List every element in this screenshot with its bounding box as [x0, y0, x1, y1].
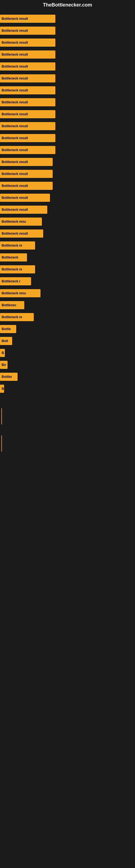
bar-row: Bottleneck result [0, 49, 135, 61]
bar-label: Bottleneck result [2, 136, 28, 140]
bar-label: Bottleneck result [2, 65, 28, 68]
bar-row: Bottler [0, 371, 135, 383]
bottleneck-bar: Bottleneck result [0, 38, 55, 46]
bar-label: Bottleneck result [2, 231, 28, 236]
bottleneck-bar: Bott [0, 337, 12, 345]
bottleneck-bar: Bottleneck result [0, 158, 53, 166]
bar-label: Bottleneck result [2, 172, 28, 176]
bottleneck-bar: Bottleneck resu [0, 218, 42, 226]
bar-label: Bottleneck re [2, 315, 22, 319]
bar-row: Bottleneck re [0, 264, 135, 275]
bar-row: Bottleneck result [0, 120, 135, 132]
bottleneck-bar: Bottleneck result [0, 62, 55, 70]
bar-row: Bottleneck result [0, 72, 135, 84]
bar-label: Bottleneck result [2, 76, 28, 80]
bottleneck-bar: Bottleneck re [0, 265, 35, 273]
bars-container: Bottleneck resultBottleneck resultBottle… [0, 10, 135, 397]
bar-label: Bottleneck result [2, 124, 28, 128]
vertical-line-2 [1, 435, 2, 452]
bottleneck-bar: Bottleneck result [0, 194, 50, 202]
bar-row: Bottleneck resu [0, 287, 135, 299]
bar-label: Bottleneck result [2, 160, 28, 164]
bottleneck-bar: Bottler [0, 373, 17, 381]
bar-row: Bottleneck result [0, 84, 135, 96]
bar-label: Bottle [2, 327, 11, 331]
bar-label: Bottleneck result [2, 112, 28, 116]
bar-row: Bottleneck result [0, 227, 135, 240]
bottleneck-bar: B [0, 349, 5, 357]
bottleneck-bar: Bottleneck result [0, 206, 47, 214]
bottleneck-bar: Bottleneck result [0, 134, 55, 142]
bar-row: Bottleneck [0, 251, 135, 264]
bar-label: Bottlenec [2, 303, 16, 307]
bar-row: Bottleneck result [0, 25, 135, 37]
bar-label: Bottleneck result [2, 208, 28, 212]
bar-row: Bottleneck result [0, 180, 135, 192]
bar-label: Bottleneck result [2, 41, 28, 44]
bar-label: Bottleneck result [2, 17, 28, 21]
bar-row: Bottleneck re [0, 311, 135, 323]
bottleneck-bar: Bottleneck result [0, 110, 55, 118]
bottleneck-bar: Bottleneck [0, 253, 27, 261]
bottleneck-bar: Bo [0, 361, 8, 369]
bar-row: Bottleneck re [0, 240, 135, 251]
bottleneck-bar: Bottlenec [0, 301, 24, 309]
bar-label: Bottleneck result [2, 196, 28, 199]
bar-label: Bottleneck resu [2, 291, 26, 295]
bottleneck-bar: Bottleneck r [0, 277, 31, 285]
bottleneck-bar: Bottleneck re [0, 313, 34, 321]
bar-label: Bottleneck resu [2, 220, 26, 223]
bar-label: Bottleneck [2, 255, 18, 259]
bar-label: B [2, 387, 4, 391]
bottleneck-bar: Bottleneck result [0, 146, 55, 154]
bar-row: Bottleneck result [0, 156, 135, 168]
bar-label: Bottleneck result [2, 184, 28, 188]
bar-row: Bottleneck result [0, 61, 135, 72]
bottleneck-bar: Bottleneck result [0, 229, 43, 238]
bar-row: Bottle [0, 323, 135, 335]
bar-label: Bott [2, 339, 8, 343]
bar-label: Bottleneck r [2, 279, 20, 283]
bottleneck-bar: Bottleneck result [0, 122, 55, 130]
bottleneck-bar: Bottle [0, 325, 16, 333]
bottleneck-bar: Bottleneck result [0, 170, 53, 178]
site-title: TheBottlenecker.com [0, 0, 135, 10]
bar-row: Bottleneck resu [0, 216, 135, 227]
bar-row: Bott [0, 335, 135, 347]
bottleneck-bar: Bottleneck result [0, 51, 55, 59]
bottleneck-bar: Bottleneck result [0, 74, 55, 83]
bar-row: B [0, 347, 135, 359]
bar-row: Bottleneck result [0, 144, 135, 156]
bottleneck-bar: B [0, 384, 4, 393]
bar-label: Bottleneck result [2, 88, 28, 92]
bar-label: Bottleneck re [2, 244, 22, 247]
bottleneck-bar: Bottleneck result [0, 14, 55, 23]
bar-label: Bottleneck re [2, 268, 22, 271]
bar-label: Bottler [2, 375, 12, 379]
bar-label: Bottleneck result [2, 29, 28, 33]
bar-row: Bottleneck r [0, 275, 135, 287]
bar-label: Bottleneck result [2, 100, 28, 104]
bar-row: B [0, 383, 135, 395]
bar-row: Bottleneck result [0, 204, 135, 216]
bar-label: B [2, 351, 4, 355]
bar-row: Bottleneck result [0, 168, 135, 180]
bottleneck-bar: Bottleneck re [0, 241, 35, 250]
bar-label: Bottleneck result [2, 53, 28, 56]
bottleneck-bar: Bottleneck result [0, 98, 55, 106]
bar-label: Bottleneck result [2, 148, 28, 152]
bottleneck-bar: Bottleneck resu [0, 289, 41, 297]
bar-row: Bottlenec [0, 299, 135, 311]
bar-row: Bottleneck result [0, 96, 135, 108]
bottleneck-bar: Bottleneck result [0, 27, 55, 35]
bar-row: Bottleneck result [0, 37, 135, 49]
bar-row: Bottleneck result [0, 108, 135, 120]
bar-label: Bo [2, 363, 6, 367]
bottleneck-bar: Bottleneck result [0, 182, 53, 190]
bar-row: Bottleneck result [0, 132, 135, 144]
bottleneck-bar: Bottleneck result [0, 86, 55, 94]
bar-row: Bottleneck result [0, 192, 135, 204]
title-text: TheBottlenecker.com [43, 2, 92, 8]
vertical-line-1 [1, 408, 2, 425]
bar-row: Bottleneck result [0, 13, 135, 25]
